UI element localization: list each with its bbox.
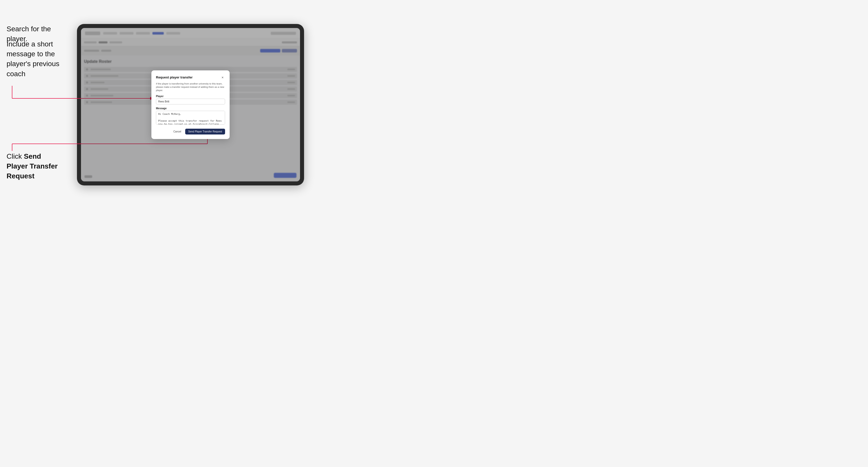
player-field-label: Player	[156, 95, 225, 98]
message-field-label: Message	[156, 107, 225, 110]
modal-description: If the player is transferring from anoth…	[156, 82, 225, 92]
cancel-button[interactable]: Cancel	[171, 129, 183, 134]
tablet-screen: Update Roster	[81, 28, 300, 181]
send-transfer-request-button[interactable]: Send Player Transfer Request	[185, 129, 225, 134]
request-transfer-modal: Request player transfer × If the player …	[151, 70, 229, 139]
modal-header: Request player transfer ×	[156, 75, 225, 80]
modal-close-button[interactable]: ×	[220, 75, 225, 80]
tablet-device: Update Roster	[77, 24, 304, 185]
annotation-click: Click Send Player Transfer Request	[6, 151, 62, 181]
message-textarea[interactable]: Hi Coach McHarg, Please accept this tran…	[156, 111, 225, 125]
modal-overlay: Request player transfer × If the player …	[81, 28, 300, 181]
modal-actions: Cancel Send Player Transfer Request	[156, 129, 225, 134]
annotation-message: Include a short message to the player's …	[6, 39, 72, 79]
player-input[interactable]	[156, 99, 225, 104]
modal-title: Request player transfer	[156, 75, 192, 79]
